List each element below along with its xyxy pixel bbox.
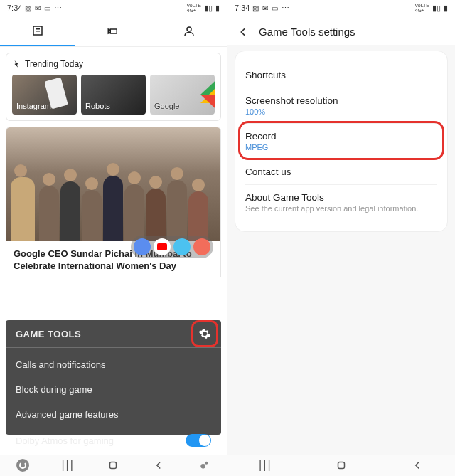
phone-right-screen: 7:34 ▧ ✉ ▭ ⋯ VoLTE4G+ ▮▯ ▮ Game Tools se… (228, 0, 455, 476)
profile-icon (183, 25, 196, 38)
battery-icon: ▮ (215, 4, 220, 13)
trending-tile-robots[interactable]: Robots (81, 75, 146, 115)
settings-list: Shortcuts Screenshot resolution 100% Rec… (235, 51, 448, 232)
signal-icon: ▮▯ (204, 4, 213, 13)
gt-item-advanced[interactable]: Advanced game features (16, 402, 211, 427)
game-tools-settings-button[interactable] (198, 327, 211, 340)
game-launcher-icon (16, 459, 29, 472)
svg-point-4 (187, 27, 191, 31)
nav-back[interactable] (409, 457, 426, 474)
volte-indicator: VoLTE4G+ (187, 3, 202, 13)
game-launcher-button[interactable] (14, 457, 31, 474)
gt-item-block[interactable]: Block during game (16, 377, 211, 402)
quick-app-chat-icon[interactable] (134, 238, 151, 255)
trending-tile-google[interactable]: Google (150, 75, 215, 115)
status-more-icon: ⋯ (282, 4, 289, 13)
svg-point-11 (205, 462, 208, 465)
quick-app-slides-icon[interactable] (193, 238, 210, 255)
nav-recents[interactable]: ||| (257, 457, 274, 474)
status-bar-right: 7:34 ▧ ✉ ▭ ⋯ VoLTE4G+ ▮▯ ▮ (228, 0, 455, 16)
setting-screenshot-resolution[interactable]: Screenshot resolution 100% (245, 88, 437, 124)
svg-point-10 (200, 464, 205, 469)
quick-app-row (131, 236, 213, 258)
back-button[interactable] (237, 26, 249, 38)
highlight-gear (191, 320, 218, 347)
status-time: 7:34 (7, 4, 22, 12)
background-article-text: Motorola's Rumored Folding Phone Could H… (13, 450, 214, 455)
status-more-icon: ⋯ (54, 4, 62, 13)
svg-rect-3 (111, 29, 117, 33)
nav-home[interactable] (333, 457, 350, 474)
nav-recents[interactable]: ||| (60, 457, 77, 474)
volte-indicator: VoLTE4G+ (415, 3, 430, 13)
highlight-record (238, 121, 444, 160)
tab-middle[interactable] (75, 16, 151, 46)
status-notification-icons: ▧ ✉ ▭ (25, 4, 51, 12)
status-notification-icons: ▧ ✉ ▭ (252, 4, 279, 12)
setting-shortcuts[interactable]: Shortcuts (245, 63, 437, 88)
setting-contact-us[interactable]: Contact us (245, 159, 437, 185)
gt-item-calls[interactable]: Calls and notifications (16, 352, 211, 377)
nav-home[interactable] (105, 457, 122, 474)
signal-icon: ▮▯ (432, 4, 441, 13)
trending-icon (12, 60, 21, 68)
trending-tile-instagram[interactable]: Instagram (12, 75, 77, 115)
dolby-toggle[interactable] (186, 434, 211, 447)
game-tools-panel: GAME TOOLS Calls and notifications Block… (6, 320, 221, 435)
trending-card: Trending Today Instagram Robots Google (6, 53, 221, 121)
settings-header: Game Tools settings (228, 16, 455, 45)
svg-rect-9 (110, 462, 117, 469)
chevron-left-icon (237, 26, 249, 38)
nav-bar: ||| (0, 455, 227, 476)
tab-feed[interactable] (0, 16, 75, 46)
quick-app-messages-icon[interactable] (173, 238, 191, 255)
status-bar: 7:34 ▧ ✉ ▭ ⋯ VoLTE4G+ ▮▯ ▮ (0, 0, 227, 16)
game-tools-nav-button[interactable] (196, 457, 213, 474)
feed-icon (31, 24, 44, 37)
hero-image (6, 127, 220, 241)
nav-bar-right: ||| (228, 455, 455, 476)
tab-profile[interactable] (151, 16, 227, 46)
setting-record[interactable]: Record MPEG (245, 124, 437, 159)
game-tools-title: GAME TOOLS (16, 329, 81, 339)
battery-icon: ▮ (444, 4, 448, 13)
quick-app-youtube-icon[interactable] (154, 238, 171, 255)
top-tabs (0, 16, 227, 47)
trending-title: Trending Today (25, 59, 83, 69)
phone-left-screen: 7:34 ▧ ✉ ▭ ⋯ VoLTE4G+ ▮▯ ▮ Trending Toda… (0, 0, 228, 476)
hero-article[interactable]: Google CEO Sundar Pichai in Mumbai to Ce… (6, 127, 221, 277)
video-icon (107, 25, 119, 38)
nav-back[interactable] (150, 457, 167, 474)
svg-rect-12 (338, 462, 344, 469)
status-time: 7:34 (235, 4, 250, 12)
settings-title: Game Tools settings (259, 26, 355, 38)
setting-about[interactable]: About Game Tools See the current app ver… (245, 185, 437, 220)
game-tools-small-icon (198, 460, 210, 471)
